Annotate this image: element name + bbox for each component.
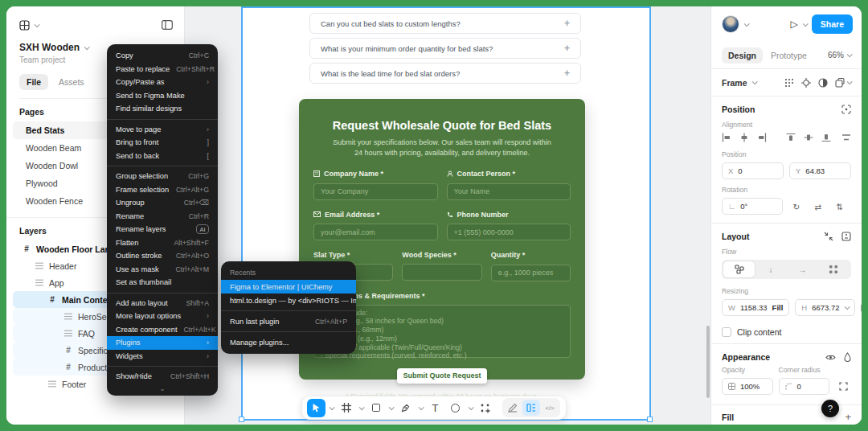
main-menu-button[interactable] bbox=[19, 20, 39, 31]
menu-item-more-layout-options[interactable]: More layout options› bbox=[107, 310, 218, 323]
comment-tool[interactable] bbox=[446, 399, 465, 417]
menu-item-outline-stroke[interactable]: Outline strokeCtrl+Alt+O bbox=[107, 249, 218, 263]
menu-item-group-selection[interactable]: Group selectionCtrl+G bbox=[107, 170, 218, 183]
share-button[interactable]: Share bbox=[812, 14, 853, 34]
frame-tool-dropdown[interactable] bbox=[357, 406, 365, 410]
flow-horizontal-option[interactable]: → bbox=[787, 261, 818, 277]
comment-tool-dropdown[interactable] bbox=[466, 406, 474, 410]
measure-tool[interactable] bbox=[522, 400, 540, 416]
shape-tool-dropdown[interactable] bbox=[387, 406, 395, 410]
eye-icon[interactable] bbox=[825, 354, 836, 361]
pen-tool-dropdown[interactable] bbox=[416, 406, 424, 410]
clip-content-checkbox[interactable] bbox=[722, 327, 731, 337]
selection-top-edge[interactable] bbox=[241, 6, 650, 8]
y-field[interactable]: Y64.83 bbox=[789, 162, 851, 179]
present-button[interactable]: ▷ bbox=[791, 18, 798, 30]
menu-scroll-down-icon[interactable]: ⌄ bbox=[107, 384, 218, 392]
plus-icon[interactable]: + bbox=[564, 43, 570, 54]
styles-icon[interactable] bbox=[784, 78, 794, 88]
align-bottom-icon[interactable] bbox=[821, 133, 831, 142]
quantity-input[interactable] bbox=[491, 265, 571, 281]
selection-right-edge[interactable] bbox=[649, 6, 651, 420]
menu-item-use-as-mask[interactable]: Use as maskCtrl+Alt+M bbox=[107, 263, 218, 277]
rotation-field[interactable]: ∟0° bbox=[722, 198, 783, 215]
canvas[interactable]: Can you cut bed slats to custom lengths?… bbox=[185, 6, 710, 425]
actions-tool[interactable] bbox=[476, 399, 494, 417]
plus-icon[interactable]: + bbox=[564, 18, 570, 29]
shape-tool[interactable] bbox=[366, 399, 385, 417]
avatar[interactable] bbox=[722, 15, 739, 33]
submit-quote-button[interactable]: Submit Quote Request bbox=[397, 368, 487, 384]
align-left-icon[interactable] bbox=[722, 133, 731, 142]
text-tool[interactable]: T bbox=[426, 399, 444, 417]
opacity-field[interactable]: 100% bbox=[722, 378, 773, 395]
menu-item-rename[interactable]: RenameCtrl+R bbox=[107, 210, 218, 224]
rotate-icon[interactable]: ↻ bbox=[788, 198, 805, 215]
height-field[interactable]: H6673.72 bbox=[795, 299, 854, 316]
contact-input[interactable] bbox=[447, 183, 571, 200]
flip-vertical-icon[interactable]: ⇅ bbox=[832, 198, 848, 215]
wood-species-select[interactable] bbox=[402, 264, 481, 281]
pen-tool[interactable] bbox=[396, 399, 415, 417]
help-button[interactable]: ? bbox=[821, 400, 839, 417]
phone-input[interactable] bbox=[447, 224, 571, 240]
menu-item-plugins[interactable]: Plugins› bbox=[107, 336, 218, 350]
frame-type-dropdown[interactable]: Frame bbox=[722, 78, 756, 88]
align-h-center-icon[interactable] bbox=[739, 133, 749, 142]
submenu-item-html-to-design[interactable]: html.to.design — by <div>RIOTS — Impor..… bbox=[221, 293, 356, 307]
menu-item-set-as-thumbnail[interactable]: Set as thumbnail bbox=[107, 276, 218, 289]
menu-item-move-to-page[interactable]: Move to page› bbox=[107, 123, 218, 137]
annotate-tool[interactable] bbox=[504, 400, 522, 416]
move-tool-dropdown[interactable] bbox=[327, 406, 335, 410]
tab-assets[interactable]: Assets bbox=[51, 74, 92, 90]
faq-item[interactable]: What is your minimum order quantity for … bbox=[309, 38, 581, 59]
corner-radius-field[interactable]: 0 bbox=[779, 378, 830, 395]
menu-item-send-to-figma-make[interactable]: Send to Figma Make bbox=[107, 89, 218, 103]
avatar-dropdown-icon[interactable] bbox=[744, 21, 750, 27]
menu-item-find-similar-designs[interactable]: Find similar designs bbox=[107, 102, 218, 116]
independent-corners-icon[interactable] bbox=[835, 378, 851, 395]
selection-left-edge[interactable] bbox=[241, 6, 243, 420]
menu-item-ungroup[interactable]: UngroupCtrl+⌫ bbox=[107, 196, 218, 210]
zoom-dropdown[interactable]: 66% bbox=[828, 51, 851, 60]
toggle-sidebar-button[interactable] bbox=[162, 20, 173, 30]
company-input[interactable] bbox=[313, 183, 438, 200]
contrast-icon[interactable] bbox=[818, 78, 828, 88]
align-top-icon[interactable] bbox=[786, 133, 796, 142]
faq-item[interactable]: Can you cut bed slats to custom lengths?… bbox=[309, 13, 581, 34]
menu-item-rename-layers[interactable]: Rename layersAI bbox=[107, 223, 218, 236]
menu-item-send-to-back[interactable]: Send to back[ bbox=[107, 150, 218, 163]
flow-vertical-option[interactable]: ↓ bbox=[755, 261, 786, 277]
constrain-proportions-icon[interactable] bbox=[861, 299, 862, 316]
width-field[interactable]: W1158.33Fill bbox=[722, 299, 789, 316]
menu-item-widgets[interactable]: Widgets› bbox=[107, 350, 218, 363]
component-actions-dropdown[interactable] bbox=[835, 78, 851, 88]
selection-handle-bottom-right[interactable] bbox=[647, 417, 653, 422]
tidy-up-icon[interactable] bbox=[841, 133, 851, 142]
menu-item-copy[interactable]: CopyCtrl+C bbox=[107, 49, 218, 63]
menu-item-paste-to-replace[interactable]: Paste to replaceCtrl+Shift+R bbox=[107, 63, 218, 76]
flow-wrap-option[interactable] bbox=[818, 261, 850, 277]
shrink-icon[interactable] bbox=[824, 232, 833, 241]
submenu-item-figma-to-elementor[interactable]: Figma to Elementor | UIChemy bbox=[221, 280, 356, 293]
tab-design[interactable]: Design bbox=[722, 47, 763, 64]
menu-item-create-component[interactable]: Create componentCtrl+Alt+K bbox=[107, 323, 218, 337]
droplet-icon[interactable] bbox=[844, 352, 851, 362]
email-input[interactable] bbox=[313, 224, 438, 240]
menu-item-frame-selection[interactable]: Frame selectionCtrl+Alt+G bbox=[107, 183, 218, 197]
submenu-item-run-last-plugin[interactable]: Run last pluginCtrl+Alt+P bbox=[221, 314, 356, 328]
tab-prototype[interactable]: Prototype bbox=[764, 47, 813, 64]
x-field[interactable]: X0 bbox=[722, 162, 784, 179]
faq-item[interactable]: What is the lead time for bed slat order… bbox=[309, 63, 581, 84]
align-right-icon[interactable] bbox=[757, 133, 767, 142]
constraints-icon[interactable] bbox=[841, 105, 851, 114]
add-fill-button[interactable]: + bbox=[845, 411, 851, 423]
flip-horizontal-icon[interactable]: ⇄ bbox=[810, 198, 826, 215]
target-icon[interactable] bbox=[801, 78, 811, 88]
plus-icon[interactable]: + bbox=[564, 68, 570, 79]
present-dropdown-icon[interactable] bbox=[802, 21, 808, 27]
frame-tool[interactable] bbox=[337, 399, 355, 417]
move-tool[interactable] bbox=[307, 399, 326, 417]
menu-item-copy-paste-as[interactable]: Copy/Paste as› bbox=[107, 76, 218, 89]
flow-freeform-option[interactable] bbox=[723, 261, 755, 277]
